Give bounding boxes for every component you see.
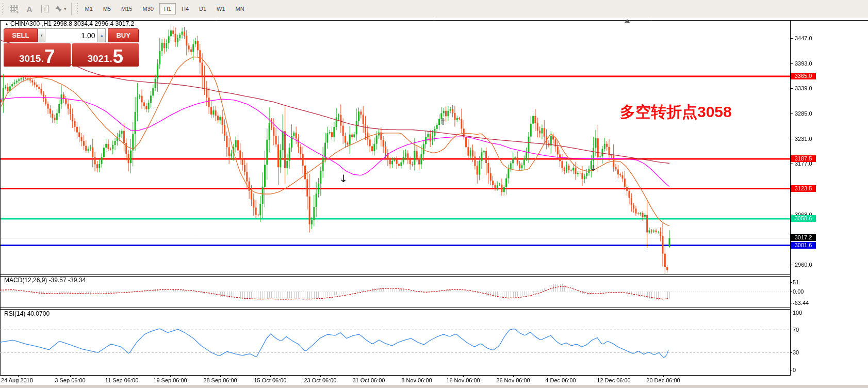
time-axis-label: 3 Sep 06:00 (47, 377, 93, 383)
sell-button[interactable]: SELL (4, 28, 38, 42)
macd-label: MACD(12,26,9) -39.57 -39.34 (4, 277, 86, 284)
volume-increase-button[interactable]: ▴ (97, 28, 106, 42)
sell-price-display[interactable]: 3015.7 (4, 43, 71, 67)
price-tick-label: 3285.0 (795, 110, 812, 117)
price-tick-label: 3447.0 (795, 35, 812, 41)
macd-axis-label: 0.00 (793, 288, 804, 295)
timeframe-group: M1M5M15M30H1H4D1W1MN (80, 3, 250, 14)
text-label-icon: A (27, 5, 32, 13)
price-level-badge: 3058.6 (791, 215, 816, 222)
price-level-badge: 3001.6 (791, 242, 816, 249)
chart-annotation-text: 多空转折点3058 (620, 102, 732, 123)
rsi-axis-label: 70 (793, 327, 799, 333)
time-axis-label: 8 Nov 06:00 (394, 377, 440, 383)
time-axis-label: 28 Sep 06:00 (197, 377, 243, 383)
toolbar-drag-handle[interactable] (2, 3, 5, 14)
volume-decrease-button[interactable]: ▾ (38, 28, 46, 42)
time-axis-label: 24 Aug 2018 (1, 377, 33, 383)
timeframe-m30-button[interactable]: M30 (138, 3, 158, 14)
timeframe-m5-button[interactable]: M5 (99, 3, 116, 14)
time-axis-label: 11 Sep 06:00 (99, 377, 145, 383)
text-box-tool-button[interactable]: T (38, 2, 52, 15)
toolbar-separator (71, 3, 72, 15)
symbol-info: ▲CHINA300-,H1 2998.8 3034.4 2996.4 3017.… (5, 20, 134, 27)
time-axis-label: 26 Nov 06:00 (490, 377, 536, 383)
rsi-axis-label: 100 (793, 310, 802, 316)
price-level-badge: 3017.2 (791, 234, 816, 241)
timeframe-mn-button[interactable]: MN (231, 3, 249, 14)
one-click-trading-panel: SELL ▾ ▴ BUY 3015.7 3021.5 (4, 28, 139, 67)
rsi-axis-label: 0 (793, 367, 796, 373)
grid-f-tool-button[interactable]: F (7, 2, 21, 15)
timeframe-m15-button[interactable]: M15 (117, 3, 137, 14)
symbol-ohlc-text: CHINA300-,H1 2998.8 3034.4 2996.4 3017.2 (10, 20, 134, 27)
timeframe-h1-button[interactable]: H1 (159, 3, 176, 14)
collapse-panel-icon[interactable]: ▲ (5, 22, 9, 26)
price-tick-label: 3339.0 (795, 85, 812, 91)
text-label-tool-button[interactable]: A (22, 2, 37, 15)
rsi-label: RSI(14) 40.0700 (4, 310, 50, 317)
chevron-down-icon: ▾ (64, 6, 67, 11)
time-axis-label: 16 Nov 06:00 (440, 377, 486, 383)
time-axis-label: 19 Sep 06:00 (147, 377, 193, 383)
price-level-badge: 3365.0 (791, 73, 816, 79)
text-box-icon: T (41, 5, 49, 13)
macd-axis-label: 51 (793, 279, 799, 285)
toolbar-drag-handle[interactable] (76, 3, 78, 14)
buy-button[interactable]: BUY (108, 28, 139, 42)
chart-area: ▲CHINA300-,H1 2998.8 3034.4 2996.4 3017.… (0, 18, 868, 388)
price-tick-label: 2960.0 (795, 262, 812, 268)
grid-f-icon: F (10, 5, 18, 12)
price-level-badge: 3123.5 (791, 185, 816, 192)
buy-price-display[interactable]: 3021.5 (72, 43, 139, 67)
arrows-icon (55, 5, 62, 12)
timeframe-d1-button[interactable]: D1 (194, 3, 211, 14)
time-axis-label: 31 Oct 06:00 (346, 377, 392, 383)
time-axis-label: 12 Dec 06:00 (591, 377, 637, 383)
price-tick-label: 3393.0 (795, 60, 812, 67)
time-axis-label: 4 Dec 06:00 (537, 377, 584, 383)
rsi-axis-label: 30 (793, 349, 799, 355)
time-axis-label: 20 Dec 06:00 (640, 377, 686, 383)
time-axis-label: 23 Oct 06:00 (297, 377, 343, 383)
time-axis-label: 15 Oct 06:00 (247, 377, 293, 383)
timeframe-w1-button[interactable]: W1 (212, 3, 230, 14)
price-tick-label: 3231.0 (795, 136, 812, 142)
macd-axis-label: -63.44 (793, 300, 809, 306)
mt4-window: F A T ▾ M1M5M15M30H1H4D1W1MN ▲CHINA300-,… (0, 0, 868, 388)
volume-input[interactable] (45, 28, 97, 42)
price-level-badge: 3187.5 (791, 155, 816, 162)
timeframe-m1-button[interactable]: M1 (80, 3, 97, 14)
price-chart-canvas[interactable] (0, 18, 868, 388)
timeframe-h4-button[interactable]: H4 (177, 3, 193, 14)
arrows-tool-button[interactable]: ▾ (53, 2, 69, 15)
toolbar: F A T ▾ M1M5M15M30H1H4D1W1MN (0, 0, 868, 18)
